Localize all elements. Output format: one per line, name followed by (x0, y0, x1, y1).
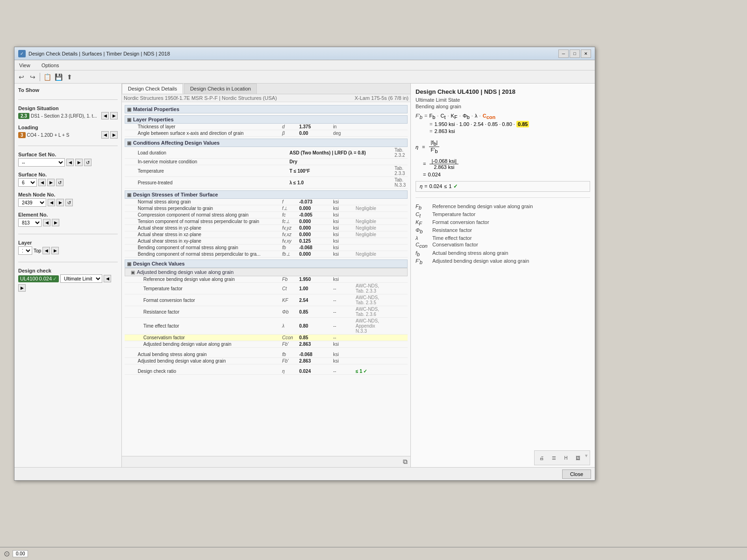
layer-next[interactable]: ▶ (51, 247, 59, 254)
right-toolbar-btn-4[interactable]: 🖼 (573, 453, 583, 463)
actual-values-table: Actual bending stress along grain fb -0.… (125, 351, 408, 364)
stress-bending-ref (388, 245, 408, 251)
formula-result: 2.863 ksi (434, 128, 455, 134)
window-title: Design Check Details | Surfaces | Timber… (28, 51, 170, 56)
element-row: 813 ◀ ▶ (18, 218, 118, 227)
material-properties-group: ▣ Material Properties (125, 105, 408, 113)
status-cursor-icon[interactable]: ⊙ (4, 549, 10, 558)
toolbar-back[interactable]: ↩ (16, 72, 27, 82)
right-toolbar-btn-3[interactable]: H (561, 453, 571, 463)
cond-moisture-note (389, 159, 393, 165)
layer-properties-header[interactable]: ▣ Layer Properties (125, 115, 408, 124)
eta-fraction: |fb| F'b (429, 140, 440, 154)
tab-design-checks-location[interactable]: Design Checks in Location (184, 84, 257, 94)
table-row: Normal stress perpendicular to grain f⊥ … (125, 205, 408, 212)
check-type-select[interactable]: Ultimate Limit ... (60, 274, 102, 283)
stress-shear-yz-unit: ksi (331, 225, 353, 231)
toolbar-export[interactable]: ⬆ (64, 72, 75, 82)
surface-set-refresh[interactable]: ↺ (84, 159, 92, 166)
ds-prev[interactable]: ◀ (101, 112, 109, 119)
surface-no-next[interactable]: ▶ (47, 179, 55, 186)
eta-result-line: = 0.024 (416, 172, 590, 177)
adjusted-bending-header[interactable]: ▣ Adjusted bending design value along gr… (125, 268, 408, 276)
conservatism-name: Conservatism factor (125, 335, 280, 341)
stress-tension-perp-symbol: fc⊥ (280, 218, 297, 225)
ref-bending-unit: ksi (331, 276, 353, 283)
menu-bar: View Options (14, 60, 595, 70)
maximize-button[interactable]: □ (570, 49, 580, 58)
layer-select[interactable]: 1 (18, 246, 32, 255)
design-stresses-header[interactable]: ▣ Design Stresses of Timber Surface (125, 190, 408, 199)
mesh-node-next[interactable]: ▶ (56, 199, 64, 206)
surface-no-prev[interactable]: ◀ (38, 179, 46, 186)
table-row: Time effect factor λ 0.80 -- AWC-NDS, Ap… (125, 318, 408, 335)
loading-next[interactable]: ▶ (110, 131, 118, 139)
check-ratio-table: Design check ratio η 0.024 -- ≤ 1 ✓ (125, 368, 408, 375)
surface-set-select[interactable]: -- (18, 158, 65, 167)
design-check-values-header[interactable]: ▣ Design Check Values (125, 259, 408, 268)
format-factor-note: AWC-NDS, Tab. 2.3.5 (354, 294, 388, 306)
divider-2 (18, 146, 118, 146)
legend-desc-kf: Format conversion factor (432, 219, 489, 225)
format-factor-symbol: KF (280, 294, 297, 306)
adj-bending-2-unit: ksi (331, 358, 353, 364)
cond-moisture-name: In-service moisture condition (125, 159, 272, 165)
right-toolbar-btn-2[interactable]: ☰ (549, 453, 559, 463)
stress-normal-note (354, 199, 388, 205)
stress-shear-xz-unit: ksi (331, 231, 353, 238)
stress-shear-xz-note: Negligible (354, 231, 388, 238)
conditions-label: Conditions Affecting Design Values (133, 140, 219, 146)
format-factor-name: Format conversion factor (125, 294, 280, 306)
mesh-node-prev[interactable]: ◀ (48, 199, 55, 206)
title-bar: ✓ Design Check Details | Surfaces | Timb… (14, 47, 595, 60)
surface-set-prev[interactable]: ◀ (66, 159, 74, 166)
check-next[interactable]: ▶ (18, 284, 26, 292)
check-prev[interactable]: ◀ (104, 275, 111, 282)
design-check-section: Design check UL4100 0.024 ✓ Ultimate Lim… (18, 268, 118, 292)
header-material: Nordic Structures 1950f-1.7E MSR S-P-F |… (124, 95, 277, 101)
copy-icon[interactable]: ⧉ (403, 458, 408, 466)
center-panel: Design Check Details Design Checks in Lo… (122, 84, 410, 467)
divider-4 (18, 262, 118, 262)
cond-temp-unit (368, 165, 389, 177)
ds-next[interactable]: ▶ (110, 112, 118, 119)
eta-check-leq: ≤ (444, 183, 447, 189)
layer-prev[interactable]: ◀ (42, 247, 50, 254)
toolbar-save[interactable]: 💾 (53, 72, 63, 82)
close-button[interactable]: Close (562, 469, 591, 479)
tab-design-check-details[interactable]: Design Check Details (122, 84, 183, 94)
close-window-button[interactable]: ✕ (581, 49, 591, 58)
expand-icon-stresses: ▣ (127, 192, 131, 197)
format-factor-ref (388, 294, 408, 306)
surface-set-next[interactable]: ▶ (75, 159, 83, 166)
menu-view[interactable]: View (16, 62, 33, 69)
center-content: ▣ Material Properties ▣ Layer Properties… (122, 102, 410, 456)
material-properties-header[interactable]: ▣ Material Properties (125, 105, 408, 113)
menu-options[interactable]: Options (39, 62, 62, 69)
ref-bending-value: 1.950 (297, 276, 331, 283)
element-select[interactable]: 813 (18, 218, 42, 227)
element-next[interactable]: ▶ (52, 219, 59, 226)
toolbar-clipboard[interactable]: 📋 (42, 72, 52, 82)
surface-no-refresh[interactable]: ↺ (56, 179, 63, 186)
minimize-button[interactable]: ─ (558, 49, 569, 58)
element-prev[interactable]: ◀ (43, 219, 50, 226)
cond-load-symbol (272, 147, 288, 159)
design-check-label: Design check (18, 268, 118, 273)
header-layer: X-Lam 175-5s (6 7/8 in) (354, 95, 409, 101)
mesh-node-label: Mesh Node No. (18, 192, 118, 197)
stress-shear-yz-name: Actual shear stress in yz-plane (125, 225, 280, 231)
right-toolbar-btn-1[interactable]: 🖨 (536, 453, 547, 463)
design-stresses-group: ▣ Design Stresses of Timber Surface Norm… (125, 190, 408, 258)
mesh-node-select[interactable]: 2439 (18, 198, 46, 207)
loading-prev[interactable]: ◀ (101, 131, 109, 139)
surface-no-select[interactable]: 6 (18, 178, 37, 187)
actual-bending-name: Actual bending stress along grain (125, 351, 280, 358)
conditions-header[interactable]: ▣ Conditions Affecting Design Values (125, 139, 408, 147)
toolbar-forward[interactable]: ↪ (28, 72, 38, 82)
eta-check-eq: = (424, 183, 427, 189)
mesh-node-refresh[interactable]: ↺ (65, 199, 73, 206)
time-factor-ref (388, 318, 408, 335)
formula-line-1: F'b = Fb · Ct · KF · Φb · λ · Ccon (416, 113, 590, 120)
temp-factor-ref (388, 283, 408, 294)
